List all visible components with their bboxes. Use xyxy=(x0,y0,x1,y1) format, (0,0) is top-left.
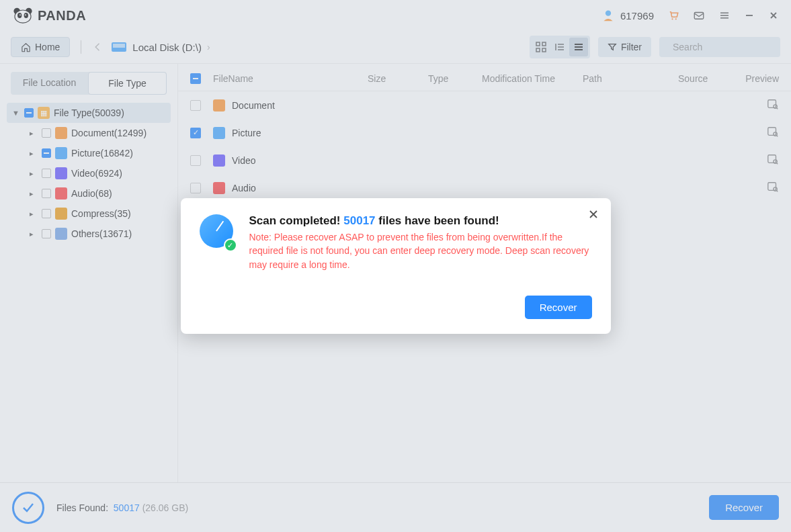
scan-complete-dialog: ✓ Scan completed! 50017 files have been … xyxy=(181,198,611,334)
dialog-title: Scan completed! 50017 files have been fo… xyxy=(249,214,592,228)
recover-button[interactable]: Recover xyxy=(525,296,592,319)
dialog-close-button[interactable] xyxy=(588,209,599,223)
modal-overlay: ✓ Scan completed! 50017 files have been … xyxy=(0,0,791,532)
close-icon xyxy=(588,209,599,220)
scan-success-icon: ✓ xyxy=(200,214,236,251)
dialog-note: Note: Please recover ASAP to prevent the… xyxy=(249,230,592,271)
